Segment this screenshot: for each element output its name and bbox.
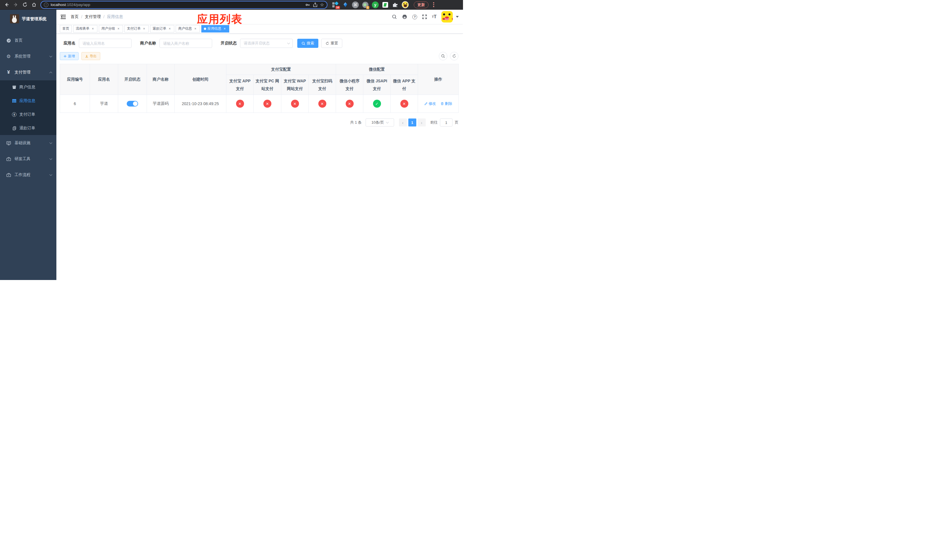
sidebar-item-merchant-info[interactable]: 商户信息 bbox=[0, 80, 56, 94]
kite-extension-icon[interactable] bbox=[342, 2, 349, 8]
tab-user-group[interactable]: 用户分组× bbox=[99, 25, 123, 32]
col-merchant: 商户名称 bbox=[147, 64, 174, 95]
col-wechat-app: 微信 APP 支付 bbox=[391, 75, 418, 95]
tab-process-form[interactable]: 流程表单× bbox=[73, 25, 97, 32]
browser-chrome: i localhost:1024/pay/app ☆ 10 ⌘ 1 y bbox=[0, 0, 463, 10]
sidebar-item-system[interactable]: 系统管理 bbox=[0, 48, 56, 64]
add-button[interactable]: 新增 bbox=[60, 52, 79, 60]
breadcrumb-payment[interactable]: 支付管理 bbox=[85, 14, 101, 20]
tab-merchant-info[interactable]: 商户信息× bbox=[176, 25, 200, 32]
reload-icon[interactable] bbox=[21, 1, 29, 9]
status-select[interactable]: 请选择开启状态 bbox=[240, 39, 293, 48]
chevron-down-icon bbox=[50, 141, 52, 144]
extensions-puzzle-icon[interactable] bbox=[392, 2, 399, 8]
site-info-icon[interactable]: i bbox=[44, 3, 48, 7]
bookmark-star-icon[interactable]: ☆ bbox=[320, 3, 324, 7]
next-page-button[interactable]: › bbox=[418, 118, 426, 127]
toolbox-icon bbox=[5, 157, 12, 162]
user-avatar[interactable] bbox=[441, 11, 453, 23]
sidebar-item-payment[interactable]: 支付管理 bbox=[0, 64, 56, 80]
screen: i localhost:1024/pay/app ☆ 10 ⌘ 1 y bbox=[0, 0, 463, 280]
export-button[interactable]: 导出 bbox=[82, 52, 100, 60]
notes-extension-icon[interactable] bbox=[382, 2, 389, 8]
chrome-menu-icon[interactable] bbox=[433, 2, 434, 7]
edit-button[interactable]: 修改 bbox=[424, 101, 436, 106]
pay-status-icon bbox=[400, 100, 409, 107]
close-icon[interactable]: × bbox=[91, 27, 95, 31]
tab-pay-order[interactable]: 支付订单× bbox=[124, 25, 149, 32]
dashboard-icon bbox=[5, 38, 12, 43]
sidebar-item-pay-order[interactable]: ¥ 支付订单 bbox=[0, 107, 56, 121]
show-search-toggle-button[interactable] bbox=[439, 52, 447, 61]
gear-icon bbox=[5, 54, 12, 59]
font-size-icon[interactable]: TT bbox=[432, 14, 437, 20]
pay-status-icon bbox=[291, 100, 299, 107]
avatar-caret-icon[interactable] bbox=[456, 16, 459, 18]
app-name-input[interactable] bbox=[79, 39, 132, 48]
page-1-button[interactable]: 1 bbox=[409, 118, 416, 127]
merchant-name-input[interactable] bbox=[159, 39, 212, 48]
col-create-time: 创建时间 bbox=[174, 64, 226, 95]
delete-button[interactable]: 删除 bbox=[440, 101, 452, 106]
store-icon bbox=[11, 85, 18, 89]
chrome-update-button[interactable]: 更新 bbox=[414, 2, 428, 8]
navbar: 首页 / 支付管理 / 应用信息 ? bbox=[56, 10, 463, 24]
filter-form: 应用名 商户名称 开启状态 请选择开启状态 搜索 重置 bbox=[64, 39, 463, 48]
command-extension-icon[interactable]: ⌘ bbox=[352, 2, 359, 8]
prev-page-button[interactable]: ‹ bbox=[399, 118, 407, 127]
page-size-select[interactable]: 10条/页 bbox=[366, 118, 394, 127]
total-count: 共 1 条 bbox=[350, 120, 362, 125]
sidebar-item-app-info[interactable]: 应用信息 bbox=[0, 94, 56, 107]
sidebar-item-refund-order[interactable]: 退款订单 bbox=[0, 121, 56, 135]
help-icon[interactable]: ? bbox=[412, 15, 417, 20]
close-icon[interactable]: × bbox=[193, 27, 197, 31]
refresh-button[interactable] bbox=[450, 52, 458, 61]
tab-refund-order[interactable]: 退款订单× bbox=[150, 25, 174, 32]
chevron-down-icon bbox=[50, 173, 52, 176]
reset-button[interactable]: 重置 bbox=[321, 39, 342, 48]
share-icon[interactable] bbox=[313, 2, 318, 8]
github-icon[interactable] bbox=[402, 14, 407, 20]
y-extension-icon[interactable]: y bbox=[372, 2, 379, 8]
search-button[interactable]: 搜索 bbox=[297, 39, 318, 48]
merchant-name-label: 商户名称 bbox=[140, 41, 156, 46]
close-icon[interactable]: × bbox=[223, 27, 227, 31]
fullscreen-icon[interactable] bbox=[422, 14, 427, 20]
url-bar[interactable]: i localhost:1024/pay/app ☆ bbox=[41, 1, 327, 9]
profile-avatar[interactable] bbox=[402, 2, 409, 8]
documents-icon bbox=[11, 126, 18, 130]
sidebar-logo[interactable]: 芋道管理系统 bbox=[0, 10, 56, 26]
app-name-label: 应用名 bbox=[64, 41, 76, 46]
forward-icon[interactable] bbox=[12, 1, 20, 9]
sidebar-item-home[interactable]: 首页 bbox=[0, 32, 56, 48]
password-key-icon[interactable] bbox=[305, 2, 310, 8]
yen-icon bbox=[5, 70, 12, 75]
close-icon[interactable]: × bbox=[142, 27, 146, 31]
col-wechat-jsapi: 微信 JSAPI 支付 bbox=[363, 75, 391, 95]
tampermonkey-extension-icon[interactable]: 10 bbox=[332, 2, 339, 8]
home-icon[interactable] bbox=[30, 1, 38, 9]
status-toggle[interactable] bbox=[127, 101, 138, 106]
close-icon[interactable]: × bbox=[117, 27, 121, 31]
proxy-extension-icon[interactable]: 1 bbox=[362, 2, 369, 8]
tab-home[interactable]: 首页 bbox=[60, 25, 72, 32]
pay-status-icon bbox=[346, 100, 354, 107]
table-toolbar: 新增 导出 bbox=[60, 52, 458, 61]
sidebar-item-infrastructure[interactable]: 基础设施 bbox=[0, 135, 56, 151]
pay-status-icon bbox=[236, 100, 244, 107]
sidebar-collapse-icon[interactable] bbox=[61, 15, 66, 20]
search-icon[interactable] bbox=[392, 14, 397, 20]
sidebar-item-workflow[interactable]: 工作流程 bbox=[0, 167, 56, 183]
pay-status-icon bbox=[373, 100, 381, 107]
sidebar-item-dev-tools[interactable]: 研发工具 bbox=[0, 151, 56, 167]
close-icon[interactable]: × bbox=[168, 27, 172, 31]
back-icon[interactable] bbox=[3, 1, 10, 9]
col-alipay-app: 支付宝 APP 支付 bbox=[226, 75, 254, 95]
page-unit-label: 页 bbox=[455, 120, 458, 125]
yen-circle-icon: ¥ bbox=[11, 112, 18, 117]
col-app-name: 应用名 bbox=[90, 64, 118, 95]
goto-page-input[interactable] bbox=[440, 118, 452, 127]
chevron-up-icon bbox=[50, 71, 52, 74]
status-label: 开启状态 bbox=[221, 41, 237, 46]
breadcrumb-home[interactable]: 首页 bbox=[71, 14, 79, 20]
